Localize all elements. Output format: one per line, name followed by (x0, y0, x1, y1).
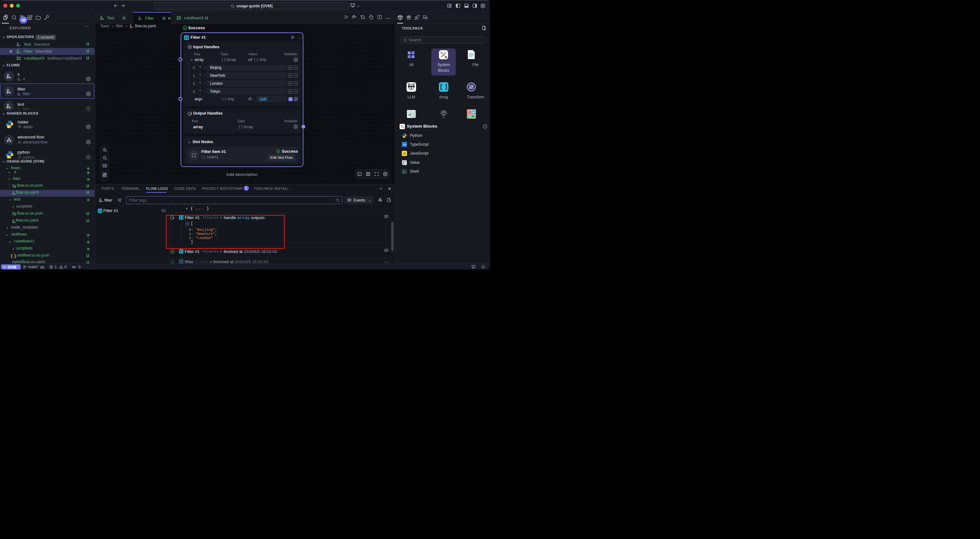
svg-text:JS: JS (403, 152, 406, 155)
svg-text:TS: TS (403, 144, 406, 146)
